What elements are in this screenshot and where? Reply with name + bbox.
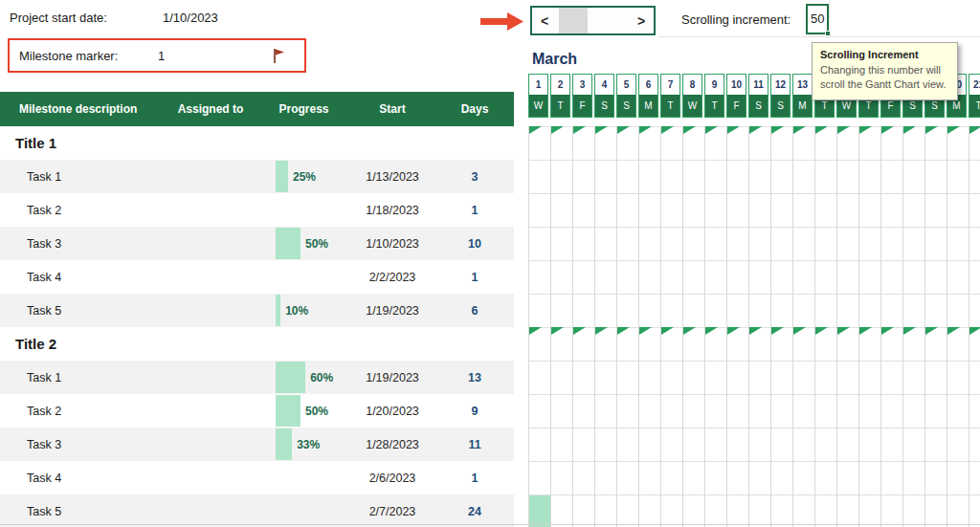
task-row[interactable]: Task 510%1/19/20236 [0,294,514,327]
section-marker-triangle [661,327,674,335]
milestone-flag-icon [272,48,285,68]
milestone-description-cell[interactable]: Task 4 [0,461,163,494]
project-start-date-value[interactable]: 1/10/2023 [163,11,218,25]
assigned-to-cell[interactable] [163,494,258,527]
progress-value: 60% [310,371,333,384]
milestone-description-cell[interactable]: Task 3 [0,428,163,461]
scroll-right-button[interactable]: > [629,8,654,33]
milestone-description-cell[interactable]: Task 1 [0,160,163,193]
task-row[interactable]: Task 125%1/13/20233 [0,160,514,193]
start-date-cell[interactable]: 2/2/2023 [349,260,435,294]
section-marker-triangle [595,327,608,335]
assigned-to-cell[interactable] [163,428,258,461]
days-cell[interactable]: 1 [435,193,514,227]
milestone-description-cell[interactable]: Task 2 [0,394,163,428]
days-cell[interactable]: 10 [435,227,514,260]
gantt-scrollbar[interactable]: < > [530,6,656,35]
progress-cell[interactable] [258,193,349,227]
scrolling-increment-cell[interactable]: 50 [806,4,829,34]
assigned-to-cell[interactable] [163,193,258,227]
progress-cell[interactable]: 50% [258,394,349,428]
progress-cell[interactable] [258,126,349,160]
section-marker-triangle [749,327,762,335]
day-number: 13 [793,75,812,95]
days-cell[interactable] [435,327,514,361]
assigned-to-cell[interactable] [163,361,258,394]
task-row[interactable]: Task 42/2/20231 [0,260,514,294]
section-marker-triangle [529,126,542,134]
scrolling-increment-label: Scrolling increment: [681,12,791,27]
progress-cell[interactable]: 50% [258,227,349,260]
section-marker-triangle [683,327,696,335]
task-row[interactable]: Task 160%1/19/202313 [0,361,514,394]
gantt-grid[interactable] [528,126,980,527]
days-cell[interactable]: 24 [435,494,514,527]
assigned-to-cell[interactable] [163,160,258,193]
start-date-cell[interactable] [349,126,435,160]
progress-cell[interactable]: 33% [258,428,349,461]
progress-cell[interactable]: 60% [258,361,349,394]
progress-cell[interactable] [258,461,349,494]
milestone-description-cell[interactable]: Task 5 [0,294,163,327]
days-cell[interactable]: 9 [435,394,514,428]
scrollbar-thumb[interactable] [559,8,588,33]
assigned-to-cell[interactable] [163,294,258,327]
start-date-cell[interactable]: 1/19/2023 [349,294,435,327]
milestone-description-cell[interactable]: Title 1 [0,126,163,160]
section-header-row[interactable]: Title 2 [0,327,514,361]
progress-cell[interactable]: 25% [258,160,349,193]
days-cell[interactable]: 1 [435,461,514,494]
start-date-cell[interactable]: 1/18/2023 [349,193,435,227]
milestone-description-cell[interactable]: Task 4 [0,260,163,294]
milestone-description-cell[interactable]: Task 1 [0,361,163,394]
milestone-description-cell[interactable]: Task 5 [0,494,163,527]
task-row[interactable]: Task 333%1/28/202311 [0,428,514,461]
days-cell[interactable]: 3 [435,160,514,193]
day-number: 1 [529,75,547,95]
start-date-cell[interactable]: 1/19/2023 [349,361,435,394]
days-cell[interactable]: 13 [435,361,514,394]
milestone-description-cell[interactable]: Task 3 [0,227,163,260]
milestone-description-cell[interactable]: Task 2 [0,193,163,227]
day-header-cell: 10F [726,74,746,118]
section-marker-triangle [815,327,828,335]
assigned-to-cell[interactable] [163,260,258,294]
milestone-description-cell[interactable]: Title 2 [0,327,163,361]
start-date-cell[interactable]: 1/10/2023 [349,227,435,260]
progress-value: 25% [293,170,316,184]
start-date-cell[interactable]: 2/6/2023 [349,461,435,494]
milestone-marker-value[interactable]: 1 [158,49,165,63]
assigned-to-cell[interactable] [163,394,258,428]
assigned-to-cell[interactable] [163,327,258,361]
section-marker-triangle [705,126,718,134]
days-cell[interactable]: 1 [435,260,514,294]
task-row[interactable]: Task 350%1/10/202310 [0,227,514,260]
progress-cell[interactable] [258,494,349,527]
task-row[interactable]: Task 250%1/20/20239 [0,394,514,428]
start-date-cell[interactable]: 1/28/2023 [349,428,435,461]
start-date-cell[interactable]: 2/7/2023 [349,494,435,527]
days-cell[interactable]: 6 [435,294,514,327]
day-header-cell: 5S [616,74,636,118]
cell-fill-handle[interactable] [825,31,831,36]
task-row[interactable]: Task 21/18/20231 [0,193,514,227]
section-marker-triangle [771,327,784,335]
scroll-left-button[interactable]: < [532,8,557,33]
assigned-to-cell[interactable] [163,126,258,160]
days-cell[interactable]: 11 [435,428,514,461]
assigned-to-cell[interactable] [163,227,258,260]
progress-cell[interactable] [258,260,349,294]
task-row[interactable]: Task 42/6/20231 [0,461,514,494]
progress-cell[interactable] [258,327,349,361]
start-date-cell[interactable] [349,327,435,361]
assigned-to-cell[interactable] [163,461,258,494]
start-date-cell[interactable]: 1/20/2023 [349,394,435,428]
days-cell[interactable] [435,126,514,160]
progress-value: 50% [305,237,328,251]
task-row[interactable]: Task 52/7/202324 [0,494,514,527]
section-marker-triangle [925,126,938,134]
progress-cell[interactable]: 10% [258,294,349,327]
day-number: 7 [661,75,679,95]
start-date-cell[interactable]: 1/13/2023 [349,160,435,193]
section-header-row[interactable]: Title 1 [0,126,514,160]
